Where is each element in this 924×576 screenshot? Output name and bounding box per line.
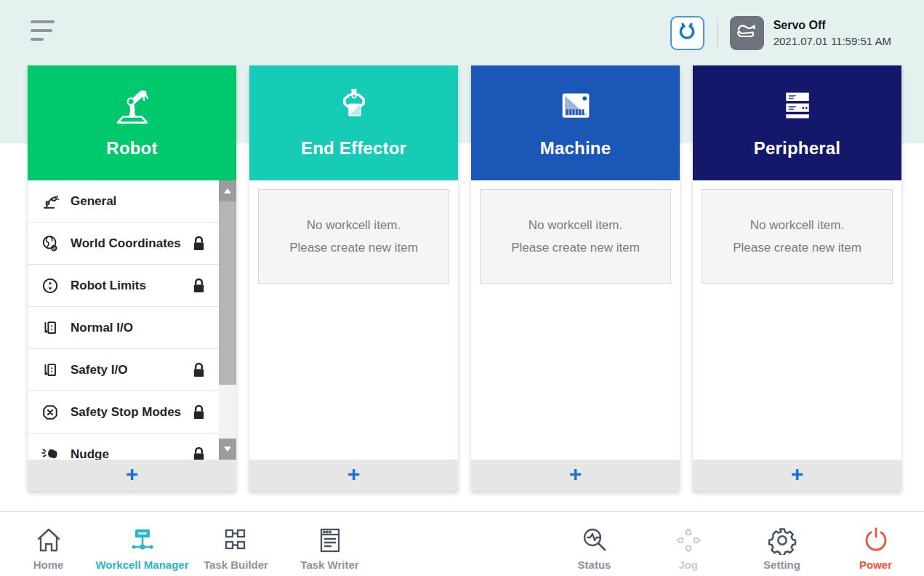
robot-item-label: Safety I/O — [71, 363, 127, 377]
io-icon — [39, 317, 61, 339]
robot-item-label: Robot Limits — [71, 279, 146, 293]
robot-item-world-coordinates[interactable]: World Coordinates — [28, 223, 219, 265]
add-peripheral-item-button[interactable]: + — [693, 460, 901, 491]
empty-message-line2: Please create new item — [289, 236, 418, 259]
robot-item-list: General — [28, 180, 236, 460]
top-bar: Servo Off 2021.07.01 11:59:51 AM — [0, 0, 924, 65]
scroll-up-button[interactable] — [219, 180, 236, 201]
safety-stop-icon — [39, 401, 61, 423]
status-icon — [580, 524, 609, 556]
nav-workcell-manager-label: Workcell Manager — [95, 559, 188, 571]
robot-item-nudge[interactable]: Nudge — [28, 433, 219, 460]
nav-home[interactable]: Home — [1, 512, 95, 576]
lock-icon — [190, 277, 207, 295]
setting-gear-icon — [768, 524, 797, 556]
robot-item-label: Normal I/O — [71, 321, 133, 335]
home-icon — [34, 524, 63, 556]
machine-icon — [555, 83, 596, 128]
empty-message-line1: No workcell item. — [307, 214, 401, 236]
scrollbar-thumb[interactable] — [219, 201, 236, 385]
robot-item-label: Safety Stop Modes — [71, 405, 181, 420]
peripheral-column-header[interactable]: Peripheral — [693, 65, 901, 180]
nav-jog[interactable]: Jog — [641, 512, 735, 576]
task-writer-icon — [316, 524, 345, 556]
robot-column: Robot — [28, 65, 236, 491]
robot-column-header[interactable]: Robot — [28, 65, 236, 180]
workcell-manager-icon — [128, 524, 157, 556]
robot-item-label: World Coordinates — [71, 236, 181, 251]
nav-status[interactable]: Status — [547, 512, 641, 576]
lock-icon — [190, 446, 207, 460]
end-effector-icon — [334, 83, 374, 128]
nav-task-writer[interactable]: Task Writer — [283, 512, 377, 576]
robot-column-title: Robot — [106, 138, 157, 159]
robot-item-normal-io[interactable]: Normal I/O — [28, 307, 219, 349]
add-end-effector-item-button[interactable]: + — [249, 460, 458, 491]
hamburger-line — [31, 20, 55, 23]
workcell-columns: Robot — [28, 65, 901, 491]
nav-setting-label: Setting — [763, 559, 800, 571]
world-coordinates-icon — [39, 233, 61, 255]
robot-item-general[interactable]: General — [28, 180, 219, 223]
nav-task-builder[interactable]: Task Builder — [189, 512, 283, 576]
nav-jog-label: Jog — [678, 559, 698, 571]
robot-item-label: General — [71, 194, 116, 209]
end-effector-item-list: No workcell item. Please create new item — [249, 180, 458, 460]
robot-icon — [111, 83, 153, 128]
empty-workcell-message: No workcell item. Please create new item — [258, 189, 449, 284]
nav-setting[interactable]: Setting — [735, 512, 829, 576]
end-effector-column: End Effector No workcell item. Please cr… — [249, 65, 458, 491]
peripheral-column-title: Peripheral — [754, 138, 840, 159]
end-effector-column-title: End Effector — [301, 138, 406, 159]
menu-hamburger-button[interactable] — [31, 20, 60, 45]
nav-power[interactable]: Power — [829, 512, 923, 576]
nav-workcell-manager[interactable]: Workcell Manager — [95, 512, 189, 576]
hamburger-line — [31, 38, 44, 41]
empty-message-line1: No workcell item. — [750, 214, 844, 236]
task-builder-icon — [222, 524, 251, 556]
peripheral-item-list: No workcell item. Please create new item — [693, 180, 901, 460]
empty-message-line2: Please create new item — [733, 236, 861, 259]
topbar-status-cluster: Servo Off 2021.07.01 11:59:51 AM — [670, 15, 891, 50]
bottom-navigation: Home Workcell Manager — [0, 511, 924, 576]
robot-item-robot-limits[interactable]: Robot Limits — [28, 265, 219, 307]
robot-arm-icon — [735, 20, 758, 46]
plus-icon: + — [569, 463, 582, 485]
add-machine-item-button[interactable]: + — [471, 460, 680, 491]
gripper-icon — [676, 20, 698, 45]
robot-item-label: Nudge — [71, 447, 109, 460]
nav-home-label: Home — [33, 559, 64, 571]
robot-item-safety-io[interactable]: Safety I/O — [28, 349, 219, 391]
lock-icon — [190, 404, 207, 421]
peripheral-icon — [777, 83, 818, 128]
nav-task-writer-label: Task Writer — [300, 559, 358, 571]
machine-column-header[interactable]: Machine — [471, 65, 680, 180]
general-robot-icon — [39, 191, 61, 212]
plus-icon: + — [347, 463, 361, 485]
robot-item-safety-stop-modes[interactable]: Safety Stop Modes — [28, 391, 219, 433]
nav-power-label: Power — [859, 559, 892, 571]
topbar-divider — [717, 18, 718, 47]
empty-message-line2: Please create new item — [511, 236, 640, 259]
nudge-icon — [39, 444, 61, 460]
add-robot-item-button[interactable]: + — [28, 460, 236, 491]
workcell-manager-screen: Servo Off 2021.07.01 11:59:51 AM — [0, 0, 924, 576]
robot-list-rows: General — [28, 180, 219, 460]
end-effector-column-header[interactable]: End Effector — [249, 65, 458, 180]
robot-list-scrollbar[interactable] — [219, 180, 236, 460]
machine-column-title: Machine — [540, 138, 611, 159]
io-icon — [39, 359, 61, 381]
scroll-down-button[interactable] — [219, 439, 236, 460]
scrollbar-track[interactable] — [219, 385, 236, 439]
nav-spacer — [377, 512, 547, 576]
lock-icon — [190, 361, 207, 379]
empty-message-line1: No workcell item. — [529, 214, 622, 236]
status-timestamp: 2021.07.01 11:59:51 AM — [774, 33, 891, 49]
gripper-tool-button[interactable] — [670, 16, 704, 50]
peripheral-column: Peripheral No workcell item. Please crea… — [693, 65, 901, 491]
servo-status-button[interactable] — [730, 16, 764, 50]
power-icon — [861, 524, 891, 556]
plus-icon: + — [126, 463, 139, 485]
robot-limits-icon — [39, 275, 61, 297]
machine-item-list: No workcell item. Please create new item — [471, 180, 680, 460]
